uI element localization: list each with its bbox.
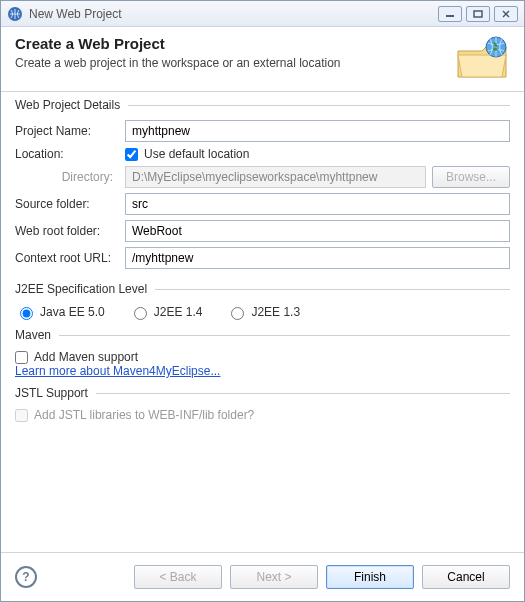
directory-input bbox=[125, 166, 426, 188]
dialog-content: Web Project Details Project Name: Locati… bbox=[1, 92, 524, 552]
use-default-location-label: Use default location bbox=[144, 147, 249, 161]
location-label: Location: bbox=[15, 147, 119, 161]
section-title-j2ee: J2EE Specification Level bbox=[15, 282, 147, 296]
minimize-button[interactable] bbox=[438, 6, 462, 22]
maven-learn-more-link[interactable]: Learn more about Maven4MyEclipse... bbox=[15, 364, 220, 378]
use-default-location-checkbox[interactable] bbox=[125, 148, 138, 161]
titlebar-buttons bbox=[438, 6, 518, 22]
project-name-label: Project Name: bbox=[15, 124, 119, 138]
svg-rect-2 bbox=[474, 11, 482, 17]
radio-j2ee-13[interactable]: J2EE 1.3 bbox=[226, 304, 300, 320]
add-jstl-label: Add JSTL libraries to WEB-INF/lib folder… bbox=[34, 408, 254, 422]
help-button[interactable]: ? bbox=[15, 566, 37, 588]
radio-j2ee-14[interactable]: J2EE 1.4 bbox=[129, 304, 203, 320]
page-subtitle: Create a web project in the workspace or… bbox=[15, 56, 454, 70]
section-title-details: Web Project Details bbox=[15, 98, 120, 112]
titlebar: New Web Project bbox=[1, 1, 524, 27]
dialog-header: Create a Web Project Create a web projec… bbox=[1, 27, 524, 92]
source-folder-input[interactable] bbox=[125, 193, 510, 215]
directory-label: Directory: bbox=[15, 170, 119, 184]
back-button: < Back bbox=[134, 565, 222, 589]
project-name-input[interactable] bbox=[125, 120, 510, 142]
folder-globe-icon bbox=[454, 35, 510, 81]
web-project-details-group: Web Project Details Project Name: Locati… bbox=[15, 98, 510, 274]
add-jstl-checkbox bbox=[15, 409, 28, 422]
radio-java-ee-5[interactable]: Java EE 5.0 bbox=[15, 304, 105, 320]
minimize-icon bbox=[445, 10, 455, 18]
page-title: Create a Web Project bbox=[15, 35, 454, 52]
app-icon bbox=[7, 6, 23, 22]
context-root-label: Context root URL: bbox=[15, 251, 119, 265]
add-maven-support-checkbox[interactable] bbox=[15, 351, 28, 364]
dialog-footer: ? < Back Next > Finish Cancel bbox=[1, 552, 524, 601]
source-folder-label: Source folder: bbox=[15, 197, 119, 211]
section-title-jstl: JSTL Support bbox=[15, 386, 88, 400]
web-root-label: Web root folder: bbox=[15, 224, 119, 238]
radio-java-ee-5-input[interactable] bbox=[20, 307, 33, 320]
add-maven-support-label: Add Maven support bbox=[34, 350, 138, 364]
cancel-button[interactable]: Cancel bbox=[422, 565, 510, 589]
finish-button[interactable]: Finish bbox=[326, 565, 414, 589]
dialog-window: New Web Project Create a Web Project Cre… bbox=[0, 0, 525, 602]
radio-j2ee-13-input[interactable] bbox=[231, 307, 244, 320]
j2ee-group: J2EE Specification Level Java EE 5.0 J2E… bbox=[15, 282, 510, 320]
maven-group: Maven Add Maven support Learn more about… bbox=[15, 328, 510, 378]
close-button[interactable] bbox=[494, 6, 518, 22]
radio-j2ee-14-input[interactable] bbox=[134, 307, 147, 320]
web-root-input[interactable] bbox=[125, 220, 510, 242]
window-title: New Web Project bbox=[29, 7, 438, 21]
browse-button: Browse... bbox=[432, 166, 510, 188]
context-root-input[interactable] bbox=[125, 247, 510, 269]
close-icon bbox=[501, 10, 511, 18]
next-button: Next > bbox=[230, 565, 318, 589]
section-title-maven: Maven bbox=[15, 328, 51, 342]
maximize-icon bbox=[473, 10, 483, 18]
jstl-group: JSTL Support Add JSTL libraries to WEB-I… bbox=[15, 386, 510, 422]
maximize-button[interactable] bbox=[466, 6, 490, 22]
